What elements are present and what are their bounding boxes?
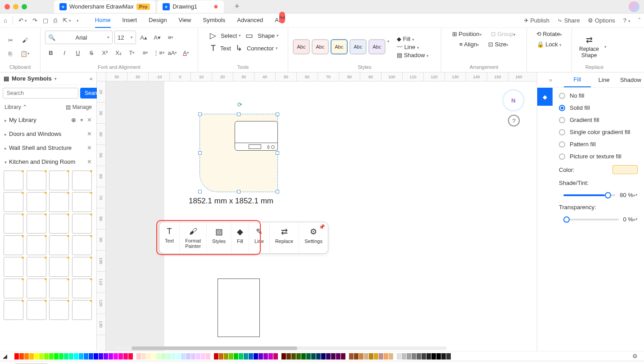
ft-styles[interactable]: ▨Styles [207, 222, 231, 253]
shape-thumbnail[interactable] [49, 192, 69, 212]
color-swatch[interactable] [349, 353, 354, 360]
color-swatch[interactable] [161, 353, 166, 360]
align-icon[interactable]: ≡▾ [165, 31, 177, 43]
rotate-handle-icon[interactable]: ⟳ [237, 101, 242, 108]
color-swatch[interactable] [49, 353, 54, 360]
new-tab-button[interactable]: + [235, 2, 240, 11]
radio-gradient-fill[interactable]: Gradient fill [559, 117, 638, 123]
color-swatch[interactable] [341, 353, 345, 360]
color-swatch[interactable] [316, 353, 321, 360]
color-swatch[interactable] [151, 353, 156, 360]
help-icon[interactable]: ? [508, 115, 520, 126]
shape-thumbnail[interactable] [27, 257, 46, 277]
line-button[interactable]: 〰 Line ▾ [397, 44, 429, 50]
shape-thumbnail[interactable] [4, 192, 23, 212]
ai-assistant-icon[interactable]: N [503, 90, 523, 110]
size-button[interactable]: ⊡ Size▾ [488, 41, 508, 48]
color-swatch[interactable] [166, 353, 171, 360]
color-swatch[interactable] [44, 353, 49, 360]
shape-thumbnail[interactable] [27, 214, 46, 234]
style-preset-5[interactable]: Abc [368, 39, 385, 54]
color-swatch[interactable] [59, 353, 63, 360]
color-swatch[interactable] [64, 353, 68, 360]
shadow-button[interactable]: ▨ Shadow ▾ [397, 52, 429, 58]
color-swatch[interactable] [268, 353, 273, 360]
group-button[interactable]: ⊡ Group▾ [491, 31, 516, 37]
color-swatch[interactable] [141, 353, 146, 360]
color-swatch[interactable] [417, 353, 421, 360]
more-icon[interactable]: ▾ [77, 18, 79, 23]
gear-icon[interactable]: ⚙ [629, 353, 641, 360]
bold-icon[interactable]: B [45, 47, 57, 58]
save-icon[interactable]: ▢ [43, 17, 48, 24]
options-button[interactable]: ⚙ Options [588, 17, 615, 24]
user-avatar[interactable] [629, 1, 639, 12]
export-icon[interactable]: ⇱ ▾ [63, 17, 71, 24]
cut-icon[interactable]: ✂ [5, 34, 16, 46]
shape-thumbnail[interactable] [27, 235, 46, 255]
font-grow-icon[interactable]: A▴ [138, 31, 150, 43]
tab-shadow[interactable]: Shadow [617, 73, 644, 87]
redo-icon[interactable]: ↷ [32, 17, 37, 24]
color-swatch[interactable] [201, 353, 205, 360]
color-swatch[interactable] [156, 353, 161, 360]
color-swatch[interactable] [244, 353, 248, 360]
color-swatch[interactable] [301, 353, 306, 360]
menu-insert[interactable]: Insert [122, 13, 137, 28]
color-swatch[interactable] [9, 353, 14, 360]
close-icon[interactable]: ✕ [87, 117, 92, 123]
color-swatch[interactable] [34, 353, 39, 360]
maximize-window[interactable] [22, 4, 27, 9]
color-swatch[interactable] [239, 353, 243, 360]
stepper-icon[interactable]: ▴▾ [633, 218, 638, 221]
color-swatch[interactable] [296, 353, 301, 360]
radio-solid-fill[interactable]: Solid fill [559, 104, 638, 111]
menu-ai[interactable]: AIhot [275, 13, 286, 28]
shape-thumbnail[interactable] [27, 192, 46, 212]
font-color-icon[interactable]: A▾ [180, 47, 192, 58]
color-swatch[interactable] [123, 353, 128, 360]
style-preset-3[interactable]: Abc [331, 39, 348, 54]
add-lib-icon[interactable]: ⊕ [71, 117, 76, 123]
underline-icon[interactable]: U [72, 47, 84, 58]
color-swatch[interactable] [281, 353, 286, 360]
fill-side-icon[interactable]: ◆ [537, 88, 553, 106]
minimize-window[interactable] [13, 4, 18, 9]
select-tool[interactable]: ▷ [207, 31, 219, 40]
color-swatch[interactable] [326, 353, 331, 360]
line-spacing-icon[interactable]: ≡▾ [140, 47, 151, 58]
color-swatch[interactable] [441, 353, 446, 360]
plus-icon[interactable]: + [80, 117, 83, 123]
library-label[interactable]: Library ⌃ [5, 104, 27, 110]
tab-modified-icon[interactable]: ● [213, 2, 218, 11]
stepper-icon[interactable]: ▴▾ [633, 193, 638, 197]
ft-replace[interactable]: ⇄Replace [270, 222, 299, 253]
color-swatch[interactable] [24, 353, 29, 360]
app-tab[interactable]: ⟐ Wondershare EdrawMax Pro [54, 0, 155, 13]
color-swatch[interactable] [94, 353, 98, 360]
shape-thumbnail[interactable] [4, 214, 23, 234]
shape-thumbnail[interactable] [4, 279, 23, 298]
ft-text[interactable]: TText [159, 222, 180, 253]
close-icon[interactable]: ✕ [87, 158, 92, 165]
style-preset-4[interactable]: Abc [349, 39, 367, 54]
cat-wall[interactable]: ▸Wall Shell and Structure✕ [0, 141, 96, 155]
more-symbols-label[interactable]: More Symbols [12, 75, 52, 82]
shape-thumbnail[interactable] [49, 257, 69, 277]
case-icon[interactable]: aA▾ [167, 47, 178, 58]
color-swatch[interactable] [54, 353, 59, 360]
paste-icon[interactable]: 📋▾ [19, 48, 31, 59]
color-swatch[interactable] [186, 353, 190, 360]
subscript-icon[interactable]: X₂ [113, 47, 124, 58]
color-swatch[interactable] [612, 165, 638, 174]
color-swatch[interactable] [426, 353, 431, 360]
color-swatch[interactable] [84, 353, 88, 360]
menu-symbols[interactable]: Symbols [203, 13, 225, 28]
format-painter-icon[interactable]: 🖌 [19, 34, 31, 46]
color-swatch[interactable] [286, 353, 291, 360]
color-swatch[interactable] [407, 353, 411, 360]
color-swatch[interactable] [331, 353, 336, 360]
copy-icon[interactable]: ⎘ [5, 48, 16, 59]
radio-single-gradient[interactable]: Single color gradient fill [559, 129, 638, 135]
color-swatch[interactable] [29, 353, 34, 360]
